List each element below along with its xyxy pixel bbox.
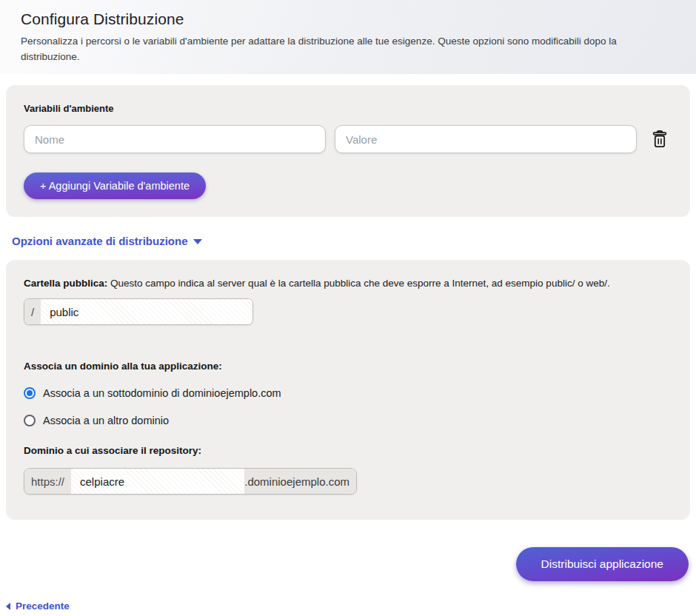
url-protocol-prefix: https:// [24, 469, 71, 494]
chevron-left-icon [6, 603, 10, 610]
radio-option-subdomain[interactable]: Associa a un sottodominio di dominioejem… [24, 387, 672, 399]
delete-variable-button[interactable] [649, 127, 671, 151]
domain-association-label: Associa un dominio alla tua applicazione… [24, 361, 672, 372]
radio-option-other-domain[interactable]: Associa a un altro dominio [24, 415, 672, 426]
chevron-down-icon [193, 239, 202, 244]
advanced-options-label: Opzioni avanzate di distribuzione [12, 235, 188, 247]
env-name-input[interactable] [24, 125, 326, 153]
page-header: Configura Distribuzione Personalizza i p… [0, 0, 696, 74]
public-folder-input[interactable] [41, 299, 252, 324]
radio-option-other-domain-label: Associa a un altro dominio [43, 415, 169, 426]
public-folder-label: Cartella pubblica: [24, 278, 107, 289]
public-folder-help-text: Questo campo indica al server qual è la … [107, 278, 609, 289]
subdomain-input[interactable] [71, 469, 244, 494]
add-env-variable-button[interactable]: + Aggiungi Variabile d'ambiente [24, 173, 206, 199]
public-folder-prefix: / [24, 299, 41, 324]
advanced-options-card: Cartella pubblica: Questo campo indica a… [6, 260, 690, 520]
radio-option-subdomain-label: Associa a un sottodominio di dominioejem… [43, 387, 281, 399]
env-value-input[interactable] [335, 125, 637, 153]
radio-button-icon [24, 415, 36, 426]
deploy-application-button[interactable]: Distribuisci applicazione [516, 547, 689, 581]
repo-domain-label: Dominio a cui associare il repository: [24, 445, 672, 456]
environment-variables-card: Variabili d'ambiente + Aggiungi Variabil… [6, 85, 690, 217]
page-title: Configura Distribuzione [21, 10, 671, 28]
page-description: Personalizza i percorsi o le variabili d… [21, 33, 671, 64]
public-folder-input-group: / [24, 298, 253, 325]
environment-variable-row [24, 125, 671, 153]
advanced-options-toggle[interactable]: Opzioni avanzate di distribuzione [12, 235, 202, 247]
environment-variables-label: Variabili d'ambiente [24, 103, 671, 114]
previous-step-label: Precedente [16, 600, 70, 612]
previous-step-link[interactable]: Precedente [6, 600, 70, 612]
deploy-action-row: Distribuisci applicazione [0, 547, 689, 581]
subdomain-input-group: https:// .dominioejemplo.com [24, 468, 357, 495]
trash-icon [650, 141, 669, 152]
url-domain-suffix: .dominioejemplo.com [244, 469, 356, 494]
public-folder-description: Cartella pubblica: Questo campo indica a… [24, 276, 672, 291]
radio-button-icon [24, 387, 36, 399]
